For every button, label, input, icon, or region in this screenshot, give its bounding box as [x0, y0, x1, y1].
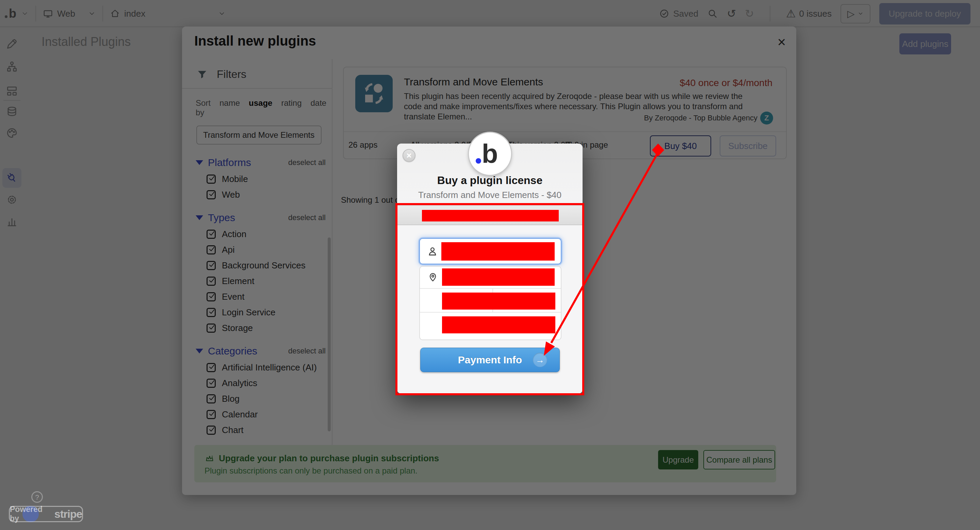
checkout-title: Buy a plugin license	[397, 174, 582, 187]
person-icon	[427, 246, 438, 257]
divider	[420, 312, 561, 313]
help-icon[interactable]: ?	[31, 491, 43, 503]
stripe-checkout-popup: b × Buy a plugin license Transform and M…	[397, 144, 582, 394]
screen: b Web index Saved ↺ ↻	[0, 0, 980, 530]
payment-fields-group[interactable]	[419, 266, 562, 340]
redaction-bar	[422, 210, 559, 221]
bubble-logo-badge: b	[469, 133, 511, 175]
redaction-bar	[442, 268, 555, 286]
powered-by-stripe-badge[interactable]: Powered by stripe	[9, 506, 83, 522]
redaction-bar	[441, 242, 555, 260]
redaction-bar	[442, 292, 555, 309]
divider	[420, 288, 561, 289]
arrow-right-icon: →	[533, 353, 547, 367]
close-icon[interactable]: ×	[402, 149, 415, 162]
stripe-wordmark: stripe	[54, 508, 82, 520]
checkout-subtitle: Transform and Move Elements - $40	[397, 190, 582, 200]
logo-dot	[476, 158, 481, 163]
redaction-bar	[442, 316, 555, 333]
location-pin-icon	[427, 270, 438, 284]
